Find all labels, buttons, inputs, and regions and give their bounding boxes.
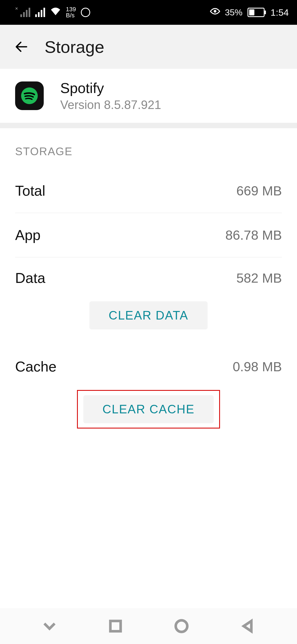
battery-percent: 35% <box>225 7 243 18</box>
row-cache: Cache 0.98 MB <box>15 346 282 387</box>
row-total: Total 669 MB <box>15 169 282 213</box>
storage-section: STORAGE Total 669 MB App 86.78 MB Data 5… <box>0 128 297 437</box>
page-title: Storage <box>45 37 104 57</box>
no-sim-icon: × <box>15 6 18 12</box>
spotify-app-icon <box>15 81 44 110</box>
back-arrow-icon[interactable] <box>14 39 29 54</box>
status-bar-right: 35% 1:54 <box>210 7 289 18</box>
svg-point-0 <box>214 10 216 13</box>
section-title-storage: STORAGE <box>15 128 282 169</box>
network-speed-label: 139 B/s <box>66 6 76 18</box>
battery-icon <box>248 8 265 17</box>
clear-data-button[interactable]: CLEAR DATA <box>89 301 208 329</box>
app-version-label: Version 8.5.87.921 <box>60 98 161 112</box>
signal-icon-1 <box>20 8 30 17</box>
row-total-value: 669 MB <box>237 183 282 198</box>
row-app-value: 86.78 MB <box>226 228 282 243</box>
status-bar-left: × 139 B/s <box>15 6 90 19</box>
signal-icon-2 <box>35 8 45 17</box>
row-data-value: 582 MB <box>237 271 282 286</box>
app-name-label: Spotify <box>60 80 161 96</box>
row-cache-label: Cache <box>15 358 56 375</box>
nav-hide-icon[interactable] <box>42 618 57 634</box>
row-app: App 86.78 MB <box>15 213 282 257</box>
app-info-text: Spotify Version 8.5.87.921 <box>60 80 161 112</box>
nav-recent-icon[interactable] <box>108 618 123 634</box>
svg-point-3 <box>176 620 187 632</box>
nav-back-icon[interactable] <box>240 618 255 634</box>
wifi-icon <box>50 7 61 18</box>
row-data: Data 582 MB <box>15 257 282 299</box>
app-info-row[interactable]: Spotify Version 8.5.87.921 <box>0 69 297 128</box>
svg-rect-2 <box>110 621 120 631</box>
app-bar: Storage <box>0 25 297 69</box>
eye-comfort-icon <box>210 7 221 18</box>
clear-cache-button-wrap: CLEAR CACHE <box>15 387 282 437</box>
clear-cache-button[interactable]: CLEAR CACHE <box>83 395 214 423</box>
clear-cache-highlight: CLEAR CACHE <box>77 390 220 429</box>
navigation-bar <box>0 608 297 644</box>
clear-data-button-wrap: CLEAR DATA <box>15 299 282 338</box>
row-total-label: Total <box>15 182 45 199</box>
row-app-label: App <box>15 227 41 243</box>
row-data-label: Data <box>15 270 45 286</box>
network-speed-unit: B/s <box>66 12 76 18</box>
status-ring-icon <box>81 8 90 17</box>
clock-label: 1:54 <box>271 7 289 18</box>
network-speed-value: 139 <box>66 6 76 12</box>
status-bar: × 139 B/s 35% 1:54 <box>0 0 297 25</box>
nav-home-icon[interactable] <box>174 618 189 634</box>
row-cache-value: 0.98 MB <box>233 359 282 374</box>
